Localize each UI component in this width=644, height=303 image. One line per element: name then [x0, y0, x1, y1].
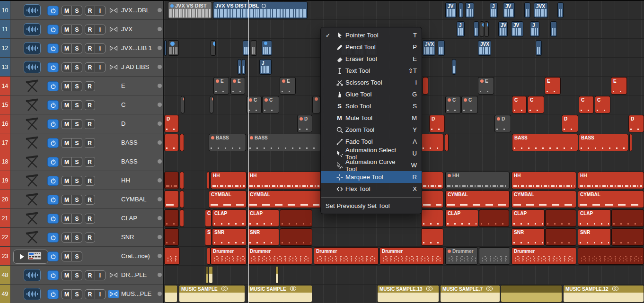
- region[interactable]: SNR: [512, 228, 545, 246]
- region[interactable]: C: [262, 96, 279, 113]
- mute-button[interactable]: M: [62, 25, 72, 35]
- solo-button[interactable]: S: [72, 81, 82, 91]
- region[interactable]: CLAP: [445, 209, 478, 227]
- region[interactable]: [262, 40, 272, 56]
- power-button[interactable]: [47, 289, 59, 299]
- menu-item-automation-select-tool[interactable]: Automation Select ToolU: [321, 147, 422, 159]
- region[interactable]: HH: [445, 172, 510, 189]
- menu-item-marquee-tool[interactable]: Marquee ToolR: [321, 171, 422, 183]
- region[interactable]: E: [478, 77, 494, 95]
- power-button[interactable]: [47, 214, 59, 224]
- input-monitor-button[interactable]: I: [95, 62, 106, 72]
- region[interactable]: SNR: [247, 228, 279, 246]
- solo-button[interactable]: S: [72, 157, 82, 167]
- track-header-row[interactable]: 11MSRIJVX: [0, 20, 163, 39]
- record-enable-button[interactable]: R: [85, 62, 95, 72]
- region[interactable]: [421, 172, 443, 189]
- region[interactable]: [557, 2, 564, 18]
- power-button[interactable]: [47, 176, 59, 186]
- track-header-row[interactable]: 15MSRC: [0, 95, 163, 114]
- region[interactable]: [629, 134, 632, 151]
- region[interactable]: [238, 59, 241, 75]
- region[interactable]: [479, 209, 509, 227]
- region[interactable]: MUSIC SAMPLE.13: [377, 285, 439, 303]
- power-button[interactable]: [47, 157, 59, 167]
- region[interactable]: [421, 190, 443, 208]
- mute-button[interactable]: M: [62, 43, 72, 53]
- solo-button[interactable]: S: [72, 62, 82, 72]
- region[interactable]: D: [628, 115, 644, 132]
- input-monitor-button[interactable]: I: [95, 270, 106, 280]
- region[interactable]: CLAP: [512, 209, 545, 227]
- menu-item-fade-tool[interactable]: Fade ToolA: [321, 136, 422, 147]
- menu-item-solo-tool[interactable]: SSolo ToolS: [321, 100, 422, 112]
- solo-button[interactable]: S: [72, 195, 82, 205]
- region[interactable]: D: [562, 115, 578, 132]
- mute-button[interactable]: M: [62, 270, 72, 280]
- region[interactable]: C: [579, 96, 594, 113]
- region[interactable]: E: [230, 77, 245, 95]
- region[interactable]: [164, 209, 179, 227]
- track-waveform-icon[interactable]: [24, 23, 41, 35]
- power-button[interactable]: [47, 43, 59, 53]
- region[interactable]: [164, 40, 167, 56]
- menu-item-scissors-tool[interactable]: Scissors ToolI: [321, 77, 422, 88]
- region[interactable]: [459, 2, 463, 18]
- region[interactable]: [180, 209, 184, 227]
- region[interactable]: [180, 190, 184, 208]
- power-button[interactable]: [47, 100, 59, 110]
- region[interactable]: D: [429, 115, 445, 132]
- region[interactable]: [421, 228, 443, 246]
- region[interactable]: HH: [512, 172, 576, 189]
- region[interactable]: J: [465, 2, 474, 18]
- solo-button[interactable]: S: [72, 25, 82, 35]
- region[interactable]: C: [528, 96, 544, 113]
- track-header-row[interactable]: 12MSRIJVX...LIB 1: [0, 39, 163, 58]
- region[interactable]: BASS: [512, 134, 578, 151]
- menu-item-zoom-tool[interactable]: Zoom ToolY: [321, 124, 422, 136]
- region[interactable]: C: [595, 96, 610, 113]
- region[interactable]: J: [259, 59, 272, 75]
- record-enable-button[interactable]: R: [85, 43, 95, 53]
- menu-item-flex-tool[interactable]: Flex ToolX: [321, 183, 422, 195]
- region[interactable]: [210, 96, 213, 113]
- solo-button[interactable]: S: [72, 214, 82, 224]
- region[interactable]: Drummer: [512, 247, 576, 265]
- track-header-row[interactable]: 23MSCrat...rice): [0, 247, 163, 266]
- region[interactable]: [164, 134, 179, 151]
- region[interactable]: S: [205, 228, 212, 246]
- region[interactable]: Drummer: [445, 247, 478, 265]
- record-enable-button[interactable]: R: [85, 25, 95, 35]
- power-button[interactable]: [47, 251, 59, 261]
- freeze-icon[interactable]: [108, 7, 119, 14]
- region[interactable]: [485, 21, 489, 37]
- track-header-row[interactable]: 21MSRCLAP: [0, 209, 163, 228]
- region[interactable]: [280, 228, 312, 246]
- region[interactable]: CYMBAL: [247, 190, 321, 208]
- region[interactable]: C: [461, 96, 478, 113]
- record-enable-button[interactable]: R: [85, 81, 95, 91]
- region[interactable]: CYMBAL: [578, 190, 644, 208]
- region[interactable]: JV: [511, 21, 523, 37]
- freeze-icon[interactable]: [108, 44, 119, 52]
- region[interactable]: JVX: [534, 2, 548, 18]
- track-waveform-icon[interactable]: [24, 42, 41, 54]
- track-header-row[interactable]: 10MSRIJVX...DBL: [0, 1, 163, 20]
- power-button[interactable]: [47, 233, 59, 242]
- freeze-icon[interactable]: [108, 271, 119, 279]
- region[interactable]: SNR: [212, 228, 247, 246]
- region[interactable]: C: [445, 96, 461, 113]
- record-enable-button[interactable]: R: [85, 214, 95, 224]
- region[interactable]: E: [213, 77, 229, 95]
- power-button[interactable]: [47, 119, 59, 129]
- record-enable-button[interactable]: R: [85, 6, 95, 16]
- mute-button[interactable]: M: [62, 81, 72, 91]
- solo-button[interactable]: S: [72, 138, 82, 148]
- region[interactable]: [438, 40, 445, 56]
- mute-button[interactable]: M: [62, 119, 72, 129]
- region[interactable]: [164, 190, 179, 208]
- region[interactable]: MUSIC SAMPLE.12: [563, 285, 644, 303]
- region[interactable]: Drummer: [314, 247, 379, 265]
- region[interactable]: JV: [498, 21, 508, 37]
- region[interactable]: Drummer: [379, 247, 444, 265]
